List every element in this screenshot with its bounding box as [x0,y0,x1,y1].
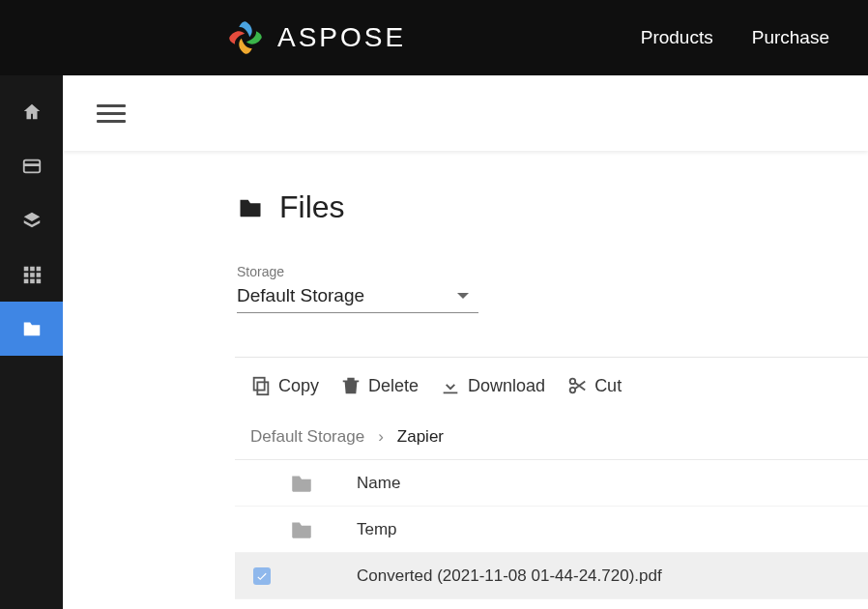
brand[interactable]: ASPOSE [225,17,406,58]
chevron-right-icon: › [378,427,384,447]
row-checkbox[interactable] [253,567,271,585]
delete-button[interactable]: Delete [340,375,419,396]
trash-icon [340,375,362,396]
check-icon [255,569,269,583]
row-name: Converted (2021-11-08 01-44-24.720).pdf [357,566,868,586]
top-bar: ASPOSE Products Purchase [0,0,868,75]
top-nav: Products Purchase [641,27,829,48]
page: Files Storage Default Storage Copy Delet… [63,151,868,609]
svg-rect-4 [36,267,41,272]
home-icon [21,102,43,123]
svg-rect-1 [23,163,40,166]
table-header-row: Name [235,460,868,507]
main: Files Storage Default Storage Copy Delet… [63,75,868,609]
card-icon [21,156,43,177]
table-row[interactable]: Converted (2021-11-08 01-44-24.720).pdf [235,553,868,599]
sidebar-item-billing[interactable] [0,139,63,193]
row-name: Temp [357,520,868,539]
sidebar-item-layers[interactable] [0,193,63,247]
cut-label: Cut [594,376,622,396]
copy-icon [250,375,272,396]
layers-icon [21,210,43,231]
svg-rect-3 [30,267,35,272]
folder-icon [21,318,43,339]
breadcrumb: Default Storage › Zapier [235,414,868,460]
folder-icon [237,194,264,221]
delete-label: Delete [368,376,419,396]
chevron-down-icon [457,293,469,299]
menu-button[interactable] [97,99,126,128]
file-panel: Copy Delete Download Cut Default Storage… [235,357,868,599]
svg-rect-2 [23,267,28,272]
storage-select-block: Storage Default Storage [63,264,868,313]
sidebar [0,75,63,609]
download-icon [440,375,461,396]
file-toolbar: Copy Delete Download Cut [235,358,868,414]
folder-icon [289,517,314,542]
nav-purchase[interactable]: Purchase [752,27,829,48]
sub-header [63,75,868,151]
svg-rect-5 [23,273,28,277]
breadcrumb-current: Zapier [397,427,444,447]
download-button[interactable]: Download [440,375,545,396]
svg-rect-12 [254,378,265,391]
folder-icon [289,471,314,496]
sidebar-item-files[interactable] [0,302,63,356]
page-title-text: Files [279,189,345,225]
page-title: Files [63,189,868,225]
row-checkbox[interactable] [253,521,271,538]
svg-rect-11 [257,382,268,394]
storage-value: Default Storage [237,285,364,306]
storage-label: Storage [237,264,868,279]
svg-rect-10 [36,279,41,284]
table-row[interactable]: Temp [235,507,868,553]
copy-label: Copy [278,376,319,396]
svg-rect-8 [23,279,28,284]
breadcrumb-root[interactable]: Default Storage [250,427,364,447]
grid-icon [21,264,43,285]
copy-button[interactable]: Copy [250,375,319,396]
cut-button[interactable]: Cut [566,375,622,396]
storage-select[interactable]: Default Storage [237,281,478,313]
svg-rect-7 [36,273,41,277]
nav-products[interactable]: Products [641,27,713,48]
svg-rect-9 [30,279,35,284]
sidebar-item-home[interactable] [0,85,63,139]
brand-name: ASPOSE [277,22,406,53]
sidebar-item-apps[interactable] [0,247,63,302]
brand-logo-icon [225,17,266,58]
column-name: Name [357,474,868,493]
scissors-icon [566,375,588,396]
svg-rect-6 [30,273,35,277]
download-label: Download [468,376,545,396]
file-table: Name Temp [235,460,868,599]
